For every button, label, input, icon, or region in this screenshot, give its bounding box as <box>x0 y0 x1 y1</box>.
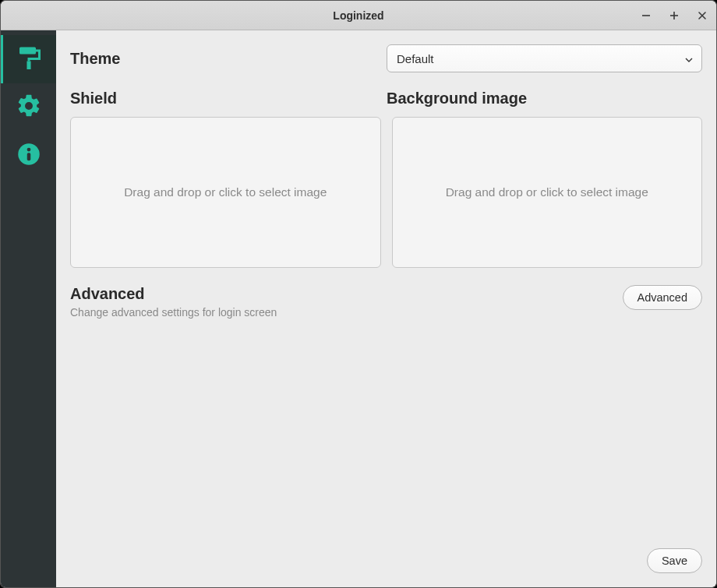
advanced-row: Advanced Change advanced settings for lo… <box>70 285 702 319</box>
paint-roller-icon <box>15 44 43 75</box>
svg-point-6 <box>26 148 30 152</box>
theme-row: Theme Default <box>70 44 702 72</box>
svg-rect-3 <box>19 48 36 55</box>
theme-select-value: Default <box>397 52 434 65</box>
minimize-icon <box>641 11 651 20</box>
image-labels-row: Shield Background image <box>70 90 702 107</box>
close-button[interactable] <box>694 8 710 23</box>
main-panel: Theme Default Shield Background image <box>56 30 716 587</box>
sidebar-item-about[interactable] <box>1 132 56 180</box>
close-icon <box>698 11 707 20</box>
save-button[interactable]: Save <box>647 548 702 573</box>
background-dropzone[interactable]: Drag and drop or click to select image <box>392 117 703 268</box>
advanced-subtext: Change advanced settings for login scree… <box>70 306 277 319</box>
advanced-button[interactable]: Advanced <box>623 285 703 310</box>
svg-rect-0 <box>642 15 650 16</box>
body-area: Theme Default Shield Background image <box>1 30 716 587</box>
sidebar-item-settings[interactable] <box>1 83 56 132</box>
advanced-label: Advanced <box>70 285 277 303</box>
svg-rect-7 <box>26 153 30 160</box>
svg-rect-2 <box>670 15 678 16</box>
sidebar-item-appearance[interactable] <box>1 35 56 83</box>
sidebar <box>1 30 56 587</box>
minimize-button[interactable] <box>638 8 654 23</box>
background-label: Background image <box>387 90 702 107</box>
gear-icon <box>16 93 42 122</box>
dropzones-row: Drag and drop or click to select image D… <box>70 117 702 268</box>
theme-select[interactable]: Default <box>387 44 702 72</box>
maximize-button[interactable] <box>666 8 682 23</box>
maximize-icon <box>669 11 679 20</box>
footer: Save <box>70 540 702 573</box>
info-icon <box>17 143 41 169</box>
theme-label: Theme <box>70 50 387 68</box>
svg-rect-4 <box>26 62 30 70</box>
titlebar-controls <box>638 1 710 30</box>
app-window: Loginized <box>1 1 716 587</box>
background-dropzone-text: Drag and drop or click to select image <box>446 185 648 199</box>
shield-dropzone-text: Drag and drop or click to select image <box>124 185 327 199</box>
window-title: Loginized <box>333 9 383 22</box>
shield-dropzone[interactable]: Drag and drop or click to select image <box>70 117 381 268</box>
titlebar: Loginized <box>1 1 716 30</box>
shield-label: Shield <box>70 90 387 107</box>
